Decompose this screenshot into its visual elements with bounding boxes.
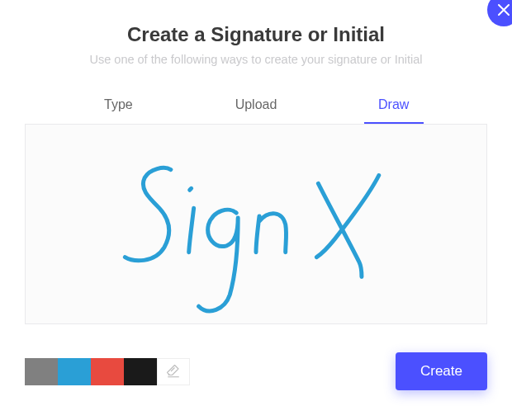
color-swatches bbox=[25, 358, 190, 385]
tabs: Type Upload Draw bbox=[50, 89, 462, 124]
eraser-icon bbox=[166, 364, 181, 379]
signature-drawing bbox=[26, 125, 486, 323]
swatch-gray[interactable] bbox=[25, 358, 58, 385]
tab-upload[interactable]: Upload bbox=[187, 89, 325, 124]
eraser-button[interactable] bbox=[157, 358, 190, 385]
tab-draw[interactable]: Draw bbox=[325, 89, 462, 124]
draw-canvas[interactable] bbox=[25, 124, 487, 324]
tab-type[interactable]: Type bbox=[50, 89, 187, 124]
swatch-black[interactable] bbox=[124, 358, 157, 385]
swatch-blue[interactable] bbox=[58, 358, 91, 385]
modal-title: Create a Signature or Initial bbox=[25, 23, 487, 46]
swatch-red[interactable] bbox=[91, 358, 124, 385]
modal-subtitle: Use one of the following ways to create … bbox=[25, 53, 487, 66]
create-button[interactable]: Create bbox=[396, 352, 487, 390]
close-icon bbox=[498, 4, 510, 16]
